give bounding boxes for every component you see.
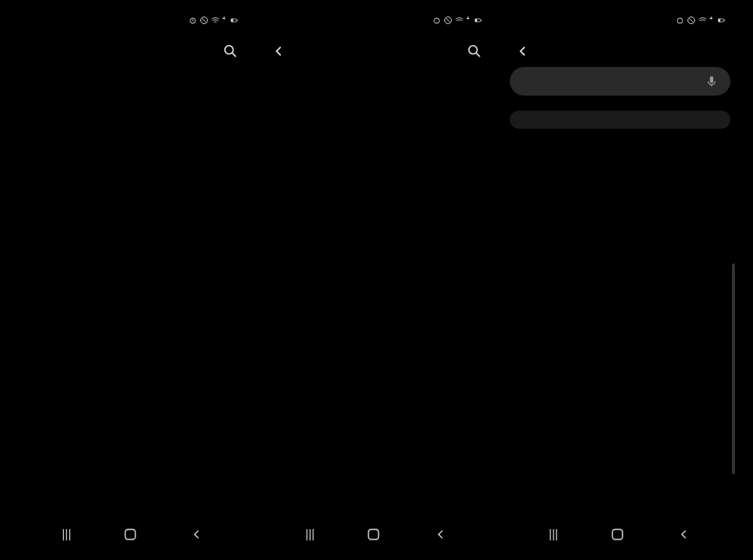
svg-rect-10	[475, 19, 477, 22]
hidden-apps-card	[510, 111, 730, 129]
recents-button[interactable]: |||	[305, 528, 314, 541]
wifi-icon	[455, 16, 464, 25]
back-button[interactable]	[433, 527, 448, 542]
status-icons: ⁴	[188, 15, 239, 25]
svg-point-5	[225, 46, 233, 54]
mic-icon[interactable]	[705, 75, 718, 88]
app-sections[interactable]	[501, 148, 739, 501]
nav-bar: |||	[257, 515, 495, 552]
screen-home-settings: ⁴ |||	[257, 8, 495, 552]
dnd-icon	[200, 16, 209, 25]
scroll-indicator[interactable]	[732, 263, 735, 474]
nav-bar: |||	[501, 515, 739, 552]
svg-rect-17	[718, 19, 721, 22]
settings-list[interactable]	[14, 68, 252, 515]
dnd-icon	[444, 16, 453, 25]
home-button[interactable]	[123, 527, 138, 542]
back-icon[interactable]	[270, 43, 287, 59]
alarm-icon	[188, 16, 197, 25]
nav-bar: |||	[14, 515, 252, 552]
svg-rect-3	[231, 19, 233, 22]
search-input[interactable]	[510, 67, 730, 96]
svg-rect-13	[369, 529, 379, 539]
search-icon[interactable]	[222, 43, 239, 59]
dnd-icon	[687, 16, 696, 25]
search-icon[interactable]	[466, 43, 483, 59]
svg-rect-11	[480, 20, 481, 21]
status-bar: ⁴	[257, 8, 495, 28]
svg-rect-4	[237, 20, 238, 21]
battery-icon	[717, 16, 726, 25]
signal-icon: ⁴	[466, 15, 469, 25]
battery-icon	[230, 16, 239, 25]
home-settings-list[interactable]	[257, 68, 495, 515]
svg-rect-18	[724, 20, 724, 21]
home-button[interactable]	[366, 527, 381, 542]
done-button[interactable]	[501, 501, 739, 515]
wifi-icon	[698, 16, 707, 25]
recents-button[interactable]: |||	[62, 528, 71, 541]
all-apps-label	[501, 138, 739, 145]
header	[501, 28, 739, 64]
status-bar: ⁴	[501, 8, 739, 28]
svg-rect-19	[710, 76, 714, 83]
header	[14, 28, 252, 68]
back-button[interactable]	[676, 527, 691, 542]
screen-hide-apps: ⁴ |||	[501, 8, 739, 552]
signal-icon: ⁴	[709, 15, 712, 25]
wifi-icon	[211, 16, 220, 25]
svg-point-14	[677, 18, 682, 23]
status-icons: ⁴	[675, 15, 726, 25]
svg-rect-20	[612, 529, 622, 539]
header	[257, 28, 495, 68]
status-icons: ⁴	[432, 15, 483, 25]
recents-button[interactable]: |||	[549, 528, 558, 541]
home-button[interactable]	[610, 527, 625, 542]
svg-point-12	[468, 46, 477, 54]
signal-icon: ⁴	[222, 15, 225, 25]
alarm-icon	[675, 16, 684, 25]
status-bar: ⁴	[14, 8, 252, 28]
back-icon[interactable]	[514, 43, 531, 59]
back-button[interactable]	[189, 527, 204, 542]
alarm-icon	[432, 16, 441, 25]
svg-rect-6	[125, 529, 135, 539]
hidden-apps-label	[501, 103, 739, 111]
battery-icon	[474, 16, 483, 25]
screen-settings: ⁴ |||	[14, 8, 252, 552]
svg-point-7	[434, 18, 439, 23]
